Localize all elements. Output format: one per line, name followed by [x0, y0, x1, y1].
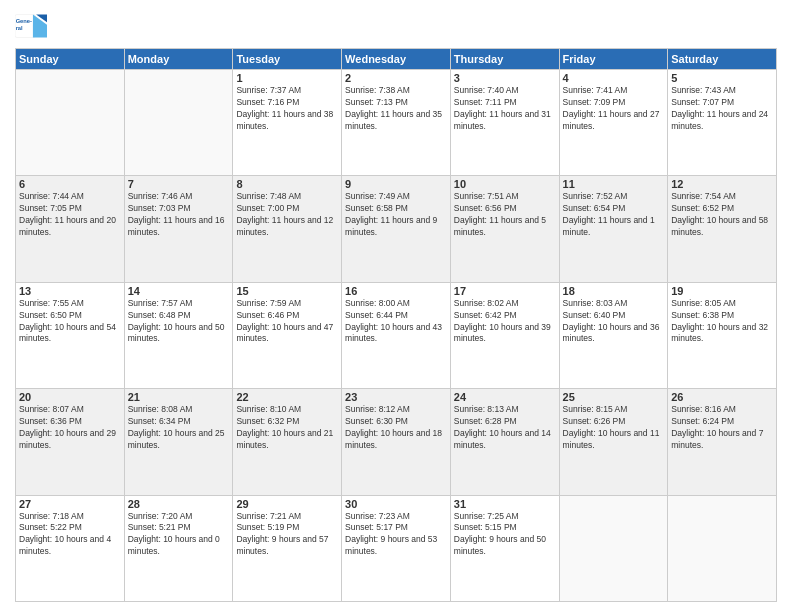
day-number: 11 [563, 178, 665, 190]
week-row-2: 6Sunrise: 7:44 AM Sunset: 7:05 PM Daylig… [16, 176, 777, 282]
day-number: 6 [19, 178, 121, 190]
day-info: Sunrise: 7:43 AM Sunset: 7:07 PM Dayligh… [671, 85, 773, 133]
day-info: Sunrise: 8:13 AM Sunset: 6:28 PM Dayligh… [454, 404, 556, 452]
day-info: Sunrise: 7:46 AM Sunset: 7:03 PM Dayligh… [128, 191, 230, 239]
day-cell: 21Sunrise: 8:08 AM Sunset: 6:34 PM Dayli… [124, 389, 233, 495]
day-cell: 7Sunrise: 7:46 AM Sunset: 7:03 PM Daylig… [124, 176, 233, 282]
svg-text:Gene-: Gene- [16, 18, 32, 24]
day-info: Sunrise: 7:23 AM Sunset: 5:17 PM Dayligh… [345, 511, 447, 559]
day-info: Sunrise: 7:40 AM Sunset: 7:11 PM Dayligh… [454, 85, 556, 133]
day-info: Sunrise: 7:20 AM Sunset: 5:21 PM Dayligh… [128, 511, 230, 559]
day-cell: 2Sunrise: 7:38 AM Sunset: 7:13 PM Daylig… [342, 70, 451, 176]
logo-icon: Gene- ral [15, 10, 47, 42]
week-row-5: 27Sunrise: 7:18 AM Sunset: 5:22 PM Dayli… [16, 495, 777, 601]
day-number: 31 [454, 498, 556, 510]
day-cell: 27Sunrise: 7:18 AM Sunset: 5:22 PM Dayli… [16, 495, 125, 601]
day-number: 20 [19, 391, 121, 403]
day-cell: 23Sunrise: 8:12 AM Sunset: 6:30 PM Dayli… [342, 389, 451, 495]
day-number: 13 [19, 285, 121, 297]
day-number: 17 [454, 285, 556, 297]
day-cell: 24Sunrise: 8:13 AM Sunset: 6:28 PM Dayli… [450, 389, 559, 495]
day-cell: 20Sunrise: 8:07 AM Sunset: 6:36 PM Dayli… [16, 389, 125, 495]
week-row-4: 20Sunrise: 8:07 AM Sunset: 6:36 PM Dayli… [16, 389, 777, 495]
day-info: Sunrise: 8:10 AM Sunset: 6:32 PM Dayligh… [236, 404, 338, 452]
day-info: Sunrise: 7:51 AM Sunset: 6:56 PM Dayligh… [454, 191, 556, 239]
day-info: Sunrise: 8:02 AM Sunset: 6:42 PM Dayligh… [454, 298, 556, 346]
page: Gene- ral SundayMondayTuesdayWednesdayTh… [0, 0, 792, 612]
day-cell: 10Sunrise: 7:51 AM Sunset: 6:56 PM Dayli… [450, 176, 559, 282]
day-info: Sunrise: 8:07 AM Sunset: 6:36 PM Dayligh… [19, 404, 121, 452]
day-cell: 30Sunrise: 7:23 AM Sunset: 5:17 PM Dayli… [342, 495, 451, 601]
header: Gene- ral [15, 10, 777, 42]
day-number: 14 [128, 285, 230, 297]
day-cell: 1Sunrise: 7:37 AM Sunset: 7:16 PM Daylig… [233, 70, 342, 176]
day-cell: 8Sunrise: 7:48 AM Sunset: 7:00 PM Daylig… [233, 176, 342, 282]
day-cell: 31Sunrise: 7:25 AM Sunset: 5:15 PM Dayli… [450, 495, 559, 601]
day-info: Sunrise: 8:03 AM Sunset: 6:40 PM Dayligh… [563, 298, 665, 346]
day-number: 23 [345, 391, 447, 403]
day-info: Sunrise: 8:16 AM Sunset: 6:24 PM Dayligh… [671, 404, 773, 452]
day-info: Sunrise: 7:59 AM Sunset: 6:46 PM Dayligh… [236, 298, 338, 346]
day-info: Sunrise: 7:41 AM Sunset: 7:09 PM Dayligh… [563, 85, 665, 133]
day-info: Sunrise: 7:38 AM Sunset: 7:13 PM Dayligh… [345, 85, 447, 133]
day-number: 25 [563, 391, 665, 403]
day-cell: 3Sunrise: 7:40 AM Sunset: 7:11 PM Daylig… [450, 70, 559, 176]
day-number: 19 [671, 285, 773, 297]
calendar-body: 1Sunrise: 7:37 AM Sunset: 7:16 PM Daylig… [16, 70, 777, 602]
day-cell: 26Sunrise: 8:16 AM Sunset: 6:24 PM Dayli… [668, 389, 777, 495]
day-cell: 13Sunrise: 7:55 AM Sunset: 6:50 PM Dayli… [16, 282, 125, 388]
day-info: Sunrise: 7:48 AM Sunset: 7:00 PM Dayligh… [236, 191, 338, 239]
day-info: Sunrise: 8:12 AM Sunset: 6:30 PM Dayligh… [345, 404, 447, 452]
day-cell: 6Sunrise: 7:44 AM Sunset: 7:05 PM Daylig… [16, 176, 125, 282]
day-info: Sunrise: 8:05 AM Sunset: 6:38 PM Dayligh… [671, 298, 773, 346]
day-info: Sunrise: 8:00 AM Sunset: 6:44 PM Dayligh… [345, 298, 447, 346]
day-number: 22 [236, 391, 338, 403]
col-header-monday: Monday [124, 49, 233, 70]
day-cell: 25Sunrise: 8:15 AM Sunset: 6:26 PM Dayli… [559, 389, 668, 495]
day-number: 5 [671, 72, 773, 84]
day-number: 26 [671, 391, 773, 403]
col-header-saturday: Saturday [668, 49, 777, 70]
day-number: 8 [236, 178, 338, 190]
day-info: Sunrise: 7:18 AM Sunset: 5:22 PM Dayligh… [19, 511, 121, 559]
day-info: Sunrise: 7:25 AM Sunset: 5:15 PM Dayligh… [454, 511, 556, 559]
svg-text:ral: ral [16, 25, 23, 31]
day-cell: 15Sunrise: 7:59 AM Sunset: 6:46 PM Dayli… [233, 282, 342, 388]
day-cell: 17Sunrise: 8:02 AM Sunset: 6:42 PM Dayli… [450, 282, 559, 388]
day-info: Sunrise: 7:55 AM Sunset: 6:50 PM Dayligh… [19, 298, 121, 346]
day-number: 10 [454, 178, 556, 190]
col-header-tuesday: Tuesday [233, 49, 342, 70]
day-number: 18 [563, 285, 665, 297]
header-row: SundayMondayTuesdayWednesdayThursdayFrid… [16, 49, 777, 70]
day-info: Sunrise: 8:15 AM Sunset: 6:26 PM Dayligh… [563, 404, 665, 452]
week-row-1: 1Sunrise: 7:37 AM Sunset: 7:16 PM Daylig… [16, 70, 777, 176]
day-info: Sunrise: 7:57 AM Sunset: 6:48 PM Dayligh… [128, 298, 230, 346]
calendar-header: SundayMondayTuesdayWednesdayThursdayFrid… [16, 49, 777, 70]
day-number: 9 [345, 178, 447, 190]
day-cell: 18Sunrise: 8:03 AM Sunset: 6:40 PM Dayli… [559, 282, 668, 388]
day-number: 1 [236, 72, 338, 84]
col-header-wednesday: Wednesday [342, 49, 451, 70]
day-info: Sunrise: 7:21 AM Sunset: 5:19 PM Dayligh… [236, 511, 338, 559]
calendar-table: SundayMondayTuesdayWednesdayThursdayFrid… [15, 48, 777, 602]
day-cell: 16Sunrise: 8:00 AM Sunset: 6:44 PM Dayli… [342, 282, 451, 388]
day-number: 2 [345, 72, 447, 84]
day-number: 3 [454, 72, 556, 84]
day-cell [16, 70, 125, 176]
day-info: Sunrise: 7:44 AM Sunset: 7:05 PM Dayligh… [19, 191, 121, 239]
day-number: 27 [19, 498, 121, 510]
day-cell [559, 495, 668, 601]
day-number: 28 [128, 498, 230, 510]
day-number: 15 [236, 285, 338, 297]
day-cell: 11Sunrise: 7:52 AM Sunset: 6:54 PM Dayli… [559, 176, 668, 282]
col-header-sunday: Sunday [16, 49, 125, 70]
day-cell: 14Sunrise: 7:57 AM Sunset: 6:48 PM Dayli… [124, 282, 233, 388]
day-number: 7 [128, 178, 230, 190]
week-row-3: 13Sunrise: 7:55 AM Sunset: 6:50 PM Dayli… [16, 282, 777, 388]
day-cell [124, 70, 233, 176]
day-cell: 28Sunrise: 7:20 AM Sunset: 5:21 PM Dayli… [124, 495, 233, 601]
day-info: Sunrise: 7:49 AM Sunset: 6:58 PM Dayligh… [345, 191, 447, 239]
day-number: 12 [671, 178, 773, 190]
day-number: 24 [454, 391, 556, 403]
day-number: 21 [128, 391, 230, 403]
